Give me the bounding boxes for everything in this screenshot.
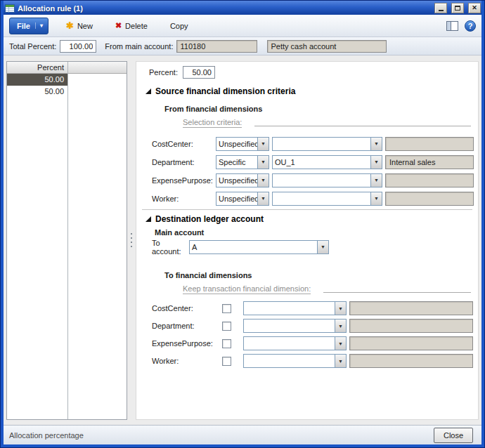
dimension-description-field bbox=[385, 173, 474, 187]
dropdown-arrow-icon[interactable]: ▼ bbox=[335, 355, 346, 367]
status-text: Allocation percentage bbox=[9, 431, 434, 440]
toolbar-right-group: ? bbox=[446, 20, 476, 32]
destination-dimension-row: Worker: ▼ bbox=[152, 354, 478, 368]
to-account-label: To account: bbox=[152, 239, 189, 256]
dropdown-arrow-icon[interactable]: ▼ bbox=[257, 138, 269, 150]
minimize-button[interactable] bbox=[434, 3, 447, 13]
delete-button-label: Delete bbox=[125, 22, 148, 30]
grid-column-divider bbox=[67, 62, 68, 419]
dropdown-arrow-icon[interactable]: ▼ bbox=[257, 174, 269, 187]
collapse-triangle-icon bbox=[146, 216, 151, 222]
file-menu-label: File bbox=[17, 22, 30, 30]
expensepurpose-keep-checkbox[interactable] bbox=[222, 339, 231, 348]
percent-label: Percent: bbox=[149, 68, 178, 77]
window-title: Allocation rule (1) bbox=[18, 4, 430, 13]
new-icon: ✱ bbox=[66, 21, 74, 30]
dimension-description-field bbox=[349, 336, 473, 350]
percent-row: Percent: bbox=[136, 65, 478, 79]
worker-destination-select[interactable]: ▼ bbox=[243, 354, 347, 368]
department-keep-checkbox[interactable] bbox=[222, 322, 231, 331]
dropdown-arrow-icon[interactable]: ▼ bbox=[370, 192, 382, 205]
dropdown-arrow-icon[interactable]: ▼ bbox=[335, 302, 346, 315]
destination-dimension-row: ExpensePurpose: ▼ bbox=[152, 336, 478, 350]
department-mode-select[interactable]: Specific ▼ bbox=[216, 155, 269, 169]
selection-criteria-row: Selection criteria: bbox=[183, 118, 471, 128]
new-button-label: New bbox=[77, 22, 93, 30]
dimension-label: ExpensePurpose: bbox=[152, 176, 216, 185]
expensepurpose-value-select[interactable]: ▼ bbox=[272, 173, 382, 187]
keep-dimension-label: Keep transaction financial dimension: bbox=[183, 284, 311, 294]
percent-field[interactable] bbox=[183, 66, 215, 79]
grid-splitter[interactable] bbox=[127, 61, 136, 420]
layout-panes-icon[interactable] bbox=[446, 21, 458, 31]
criteria-rule-line bbox=[323, 292, 471, 293]
allocation-lines-grid: Percent 50.00 50.00 bbox=[6, 61, 127, 420]
source-section-header[interactable]: Source financial dimension criteria bbox=[146, 86, 478, 96]
worker-value-select[interactable]: ▼ bbox=[272, 192, 382, 206]
dimension-label: Worker: bbox=[152, 195, 216, 203]
expensepurpose-mode-select[interactable]: Unspecified ▼ bbox=[216, 173, 269, 187]
dimension-description-field bbox=[349, 301, 473, 315]
window-icon bbox=[5, 4, 15, 13]
dimension-label: Department: bbox=[152, 158, 216, 166]
main-account-heading: Main account bbox=[155, 228, 478, 237]
dropdown-arrow-icon[interactable]: ▼ bbox=[370, 138, 382, 150]
empty-column-header[interactable] bbox=[67, 62, 127, 73]
maximize-icon bbox=[455, 6, 460, 11]
dimension-description-field bbox=[349, 319, 473, 333]
dropdown-arrow-icon[interactable]: ▼ bbox=[257, 156, 269, 169]
delete-button[interactable]: ✖ Delete bbox=[110, 18, 153, 34]
section-divider bbox=[142, 209, 472, 210]
new-button[interactable]: ✱ New bbox=[61, 18, 98, 34]
to-account-select[interactable]: A ▼ bbox=[189, 240, 329, 254]
close-button[interactable]: Close bbox=[434, 428, 473, 443]
worker-mode-select[interactable]: Unspecified ▼ bbox=[216, 192, 269, 206]
chevron-down-icon: ▾ bbox=[35, 22, 43, 29]
detail-panel: Percent: Source financial dimension crit… bbox=[136, 61, 479, 420]
dropdown-arrow-icon[interactable]: ▼ bbox=[370, 174, 382, 187]
department-value-select[interactable]: OU_1 ▼ bbox=[272, 155, 382, 169]
title-bar: Allocation rule (1) ✕ bbox=[4, 1, 481, 15]
source-section-title: Source financial dimension criteria bbox=[155, 86, 295, 96]
to-dimensions-heading: To financial dimensions bbox=[164, 271, 478, 279]
copy-button[interactable]: Copy bbox=[165, 18, 193, 34]
maximize-button[interactable] bbox=[451, 3, 464, 13]
destination-dimension-row: Department: ▼ bbox=[152, 319, 478, 333]
costcenter-mode-select[interactable]: Unspecified ▼ bbox=[216, 137, 269, 151]
close-window-button[interactable]: ✕ bbox=[468, 3, 481, 13]
file-menu-button[interactable]: File ▾ bbox=[9, 18, 48, 34]
status-bar: Allocation percentage Close bbox=[4, 425, 481, 444]
destination-dimension-row: CostCenter: ▼ bbox=[152, 301, 478, 315]
collapse-triangle-icon bbox=[146, 88, 151, 94]
percent-cell: 50.00 bbox=[7, 74, 67, 86]
destination-section-header[interactable]: Destination ledger account bbox=[146, 214, 478, 224]
expensepurpose-destination-select[interactable]: ▼ bbox=[243, 336, 347, 350]
department-destination-select[interactable]: ▼ bbox=[243, 319, 347, 333]
from-main-account-field: 110180 bbox=[176, 40, 257, 53]
worker-keep-checkbox[interactable] bbox=[222, 357, 231, 366]
help-icon[interactable]: ? bbox=[465, 20, 476, 32]
selection-criteria-label: Selection criteria: bbox=[183, 118, 242, 128]
header-strip: Total Percent: From main account: 110180… bbox=[4, 37, 481, 55]
grid-row[interactable]: 50.00 bbox=[7, 86, 127, 98]
dimension-description-field bbox=[385, 137, 474, 151]
dropdown-arrow-icon[interactable]: ▼ bbox=[257, 192, 269, 205]
total-percent-field[interactable] bbox=[60, 40, 96, 53]
dimension-label: CostCenter: bbox=[152, 140, 216, 148]
window-client-area: File ▾ ✱ New ✖ Delete Copy ? Total Perce… bbox=[4, 15, 481, 444]
percent-cell: 50.00 bbox=[7, 86, 67, 98]
costcenter-keep-checkbox[interactable] bbox=[222, 304, 231, 313]
dropdown-arrow-icon[interactable]: ▼ bbox=[335, 337, 346, 350]
dimension-description-field: Internal sales bbox=[385, 155, 474, 169]
dropdown-arrow-icon[interactable]: ▼ bbox=[370, 156, 382, 169]
to-account-row: To account: A ▼ bbox=[152, 239, 478, 254]
delete-icon: ✖ bbox=[115, 22, 122, 29]
dropdown-arrow-icon[interactable]: ▼ bbox=[317, 241, 328, 253]
percent-column-header[interactable]: Percent bbox=[7, 62, 67, 73]
costcenter-destination-select[interactable]: ▼ bbox=[243, 301, 347, 315]
destination-dimension-rows: CostCenter: ▼ Department: ▼ bbox=[136, 301, 478, 368]
grid-row[interactable]: 50.00 bbox=[7, 74, 127, 86]
dropdown-arrow-icon[interactable]: ▼ bbox=[335, 319, 346, 332]
source-dimension-row: ExpensePurpose: Unspecified ▼ ▼ bbox=[152, 173, 478, 187]
costcenter-value-select[interactable]: ▼ bbox=[272, 137, 382, 151]
